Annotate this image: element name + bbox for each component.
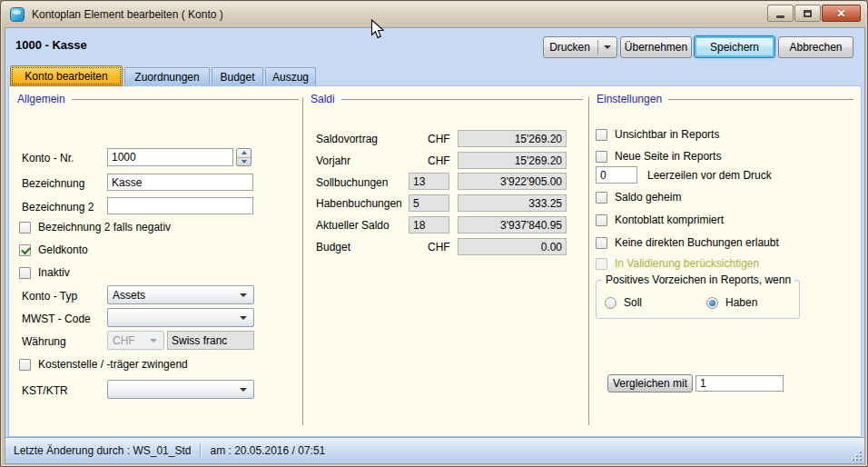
- mwst-code-select[interactable]: [107, 308, 254, 327]
- geldkonto-checkrow[interactable]: Geldkonto: [19, 243, 88, 256]
- tab-zuordnungen[interactable]: Zuordnungen: [124, 67, 210, 86]
- bezeichnung-label: Bezeichnung: [22, 177, 84, 190]
- spinner-down-icon[interactable]: [237, 157, 251, 166]
- tab-page-konto-bearbeiten: Allgemein Konto - Nr. Bezeichnung Bezeic…: [8, 85, 862, 437]
- maximize-button[interactable]: [794, 5, 821, 22]
- group-line: [668, 99, 853, 100]
- saldi-count-field: 13: [409, 173, 449, 190]
- unsichtbar-checkbox[interactable]: [596, 129, 607, 141]
- bezeichnung-input[interactable]: [107, 174, 253, 191]
- konto-nr-input[interactable]: [107, 148, 233, 166]
- group-saldi-title: Saldi: [311, 93, 335, 105]
- saldi-amount-field: 3'937'840.95: [458, 216, 567, 234]
- column-divider: [302, 97, 303, 425]
- tab-label: Zuordnungen: [134, 71, 199, 84]
- unsichtbar-checkrow[interactable]: Unsichtbar in Reports: [596, 128, 719, 141]
- validierung-label: In Validierung berücksichtigen: [615, 257, 759, 270]
- kst-ktr-select[interactable]: [107, 380, 254, 399]
- group-einstellungen-title: Einstellungen: [597, 93, 662, 105]
- haben-radio[interactable]: [706, 297, 718, 309]
- bezeichnung2-negativ-checkrow[interactable]: Bezeichnung 2 falls negativ: [19, 221, 171, 234]
- kontoblatt-checkbox[interactable]: [596, 214, 607, 226]
- group-line: [341, 99, 583, 100]
- kontoblatt-label: Kontoblatt komprimiert: [615, 214, 724, 226]
- vorzeichen-group-title: Positives Vorzeichen in Reports, wenn: [602, 273, 794, 286]
- saldi-amount-field: 0.00: [458, 238, 567, 255]
- abbrechen-label: Abbrechen: [789, 41, 842, 54]
- minimize-button[interactable]: [767, 5, 794, 22]
- saldi-amount: 333.25: [528, 197, 562, 210]
- soll-label: Soll: [624, 296, 642, 309]
- saldi-amount-field: 15'269.20: [458, 152, 567, 169]
- bezeichnung2-negativ-checkbox[interactable]: [19, 222, 31, 234]
- tab-auszug[interactable]: Auszug: [265, 67, 316, 86]
- saldi-row-currency: CHF: [428, 154, 450, 167]
- inaktiv-label: Inaktiv: [38, 266, 70, 279]
- konto-typ-select[interactable]: Assets: [107, 285, 254, 304]
- keine-buchungen-label: Keine direkten Buchungen erlaubt: [615, 236, 779, 249]
- haben-label: Haben: [725, 296, 757, 309]
- spinner-up-icon[interactable]: [237, 149, 251, 157]
- saldi-amount: 0.00: [541, 241, 562, 253]
- radio-soll-row[interactable]: Soll: [605, 296, 642, 309]
- abbrechen-button[interactable]: Abbrechen: [778, 36, 853, 58]
- speichern-button[interactable]: Speichern: [694, 35, 775, 58]
- tab-label: Budget: [220, 71, 254, 84]
- chevron-down-icon: [604, 45, 611, 49]
- app-window: Kontoplan Element bearbeiten ( Konto ) ✕…: [0, 0, 868, 467]
- kst-ktr-label: KST/KTR: [22, 384, 68, 397]
- neue-seite-checkrow[interactable]: Neue Seite in Reports: [596, 150, 721, 163]
- inaktiv-checkbox[interactable]: [19, 267, 31, 279]
- bezeichnung2-label: Bezeichnung 2: [22, 201, 94, 214]
- saldi-row-label: Budget: [316, 241, 350, 253]
- saldi-amount: 3'937'840.95: [500, 219, 562, 232]
- geldkonto-checkbox[interactable]: [19, 244, 31, 256]
- close-button[interactable]: ✕: [822, 5, 861, 22]
- status-last-change: Letzte Änderung durch : WS_01_Std: [14, 444, 191, 457]
- radio-haben-row[interactable]: Haben: [706, 296, 757, 309]
- saldi-amount-field: 15'269.20: [458, 130, 567, 147]
- vergleichen-mit-label: Vergleichen mit: [613, 377, 687, 390]
- inaktiv-checkrow[interactable]: Inaktiv: [19, 266, 70, 279]
- group-allgemein-title: Allgemein: [17, 93, 65, 105]
- unsichtbar-label: Unsichtbar in Reports: [615, 128, 719, 141]
- saldo-geheim-checkbox[interactable]: [596, 192, 607, 204]
- leerzeilen-label: Leerzeilen vor dem Druck: [647, 169, 772, 182]
- saldi-count-field: 5: [409, 194, 449, 212]
- group-einstellungen-header: Einstellungen: [597, 93, 853, 105]
- tab-konto-bearbeiten[interactable]: Konto bearbeiten: [10, 65, 123, 86]
- kontoblatt-checkrow[interactable]: Kontoblatt komprimiert: [596, 214, 724, 226]
- kostenstelle-checkrow[interactable]: Kostenstelle / -träger zwingend: [19, 358, 188, 371]
- saldi-row-currency: CHF: [428, 241, 450, 253]
- saldi-amount: 15'269.20: [515, 154, 562, 167]
- app-icon: [10, 7, 25, 22]
- validierung-checkrow: In Validierung berücksichtigen: [596, 257, 759, 270]
- window-title: Kontoplan Element bearbeiten ( Konto ): [32, 8, 223, 21]
- saldo-geheim-checkrow[interactable]: Saldo geheim: [596, 191, 681, 204]
- status-timestamp: am : 20.05.2016 / 07:51: [210, 444, 325, 457]
- konto-nr-spinner[interactable]: [236, 148, 252, 166]
- tab-label: Auszug: [272, 71, 309, 84]
- geldkonto-label: Geldkonto: [38, 243, 88, 256]
- speichern-label: Speichern: [710, 41, 759, 54]
- tab-budget[interactable]: Budget: [212, 67, 263, 86]
- kostenstelle-checkbox[interactable]: [19, 359, 31, 371]
- keine-buchungen-checkrow[interactable]: Keine direkten Buchungen erlaubt: [596, 236, 779, 249]
- uebernehmen-button[interactable]: Übernehmen: [620, 36, 692, 58]
- vergleichen-mit-button[interactable]: Vergleichen mit: [607, 374, 693, 392]
- resize-grip[interactable]: [851, 450, 862, 461]
- bezeichnung2-input[interactable]: [107, 197, 253, 214]
- bezeichnung2-negativ-label: Bezeichnung 2 falls negativ: [38, 221, 171, 234]
- keine-buchungen-checkbox[interactable]: [596, 237, 607, 249]
- drucken-button[interactable]: Drucken: [543, 36, 617, 58]
- leerzeilen-input[interactable]: [596, 166, 637, 184]
- neue-seite-checkbox[interactable]: [596, 151, 607, 163]
- saldi-count-field: 18: [409, 216, 449, 234]
- konto-nr-label: Konto - Nr.: [22, 152, 74, 164]
- vergleichen-mit-input[interactable]: [695, 375, 784, 392]
- drucken-label: Drucken: [549, 41, 590, 54]
- kostenstelle-label: Kostenstelle / -träger zwingend: [38, 358, 188, 371]
- validierung-checkbox: [596, 258, 607, 270]
- soll-radio[interactable]: [605, 297, 616, 309]
- title-bar[interactable]: Kontoplan Element bearbeiten ( Konto ) ✕: [2, 2, 866, 27]
